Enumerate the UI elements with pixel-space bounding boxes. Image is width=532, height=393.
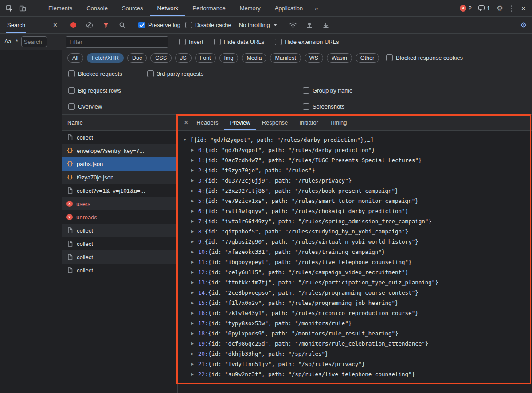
detail-tab-timing[interactable]: Timing	[324, 115, 353, 130]
network-filter-input[interactable]	[66, 36, 168, 48]
blocked-requests-checkbox[interactable]	[68, 70, 75, 77]
request-row-collect[interactable]: collect	[62, 131, 177, 144]
overview-checkbox[interactable]	[68, 103, 75, 110]
preview-tree-item[interactable]: ▶15: {id: "f1l7x0o2v", path: "/rules/pro…	[191, 298, 532, 308]
detail-tab-response[interactable]: Response	[256, 115, 294, 130]
invert-checkbox[interactable]	[179, 39, 186, 45]
regex-button[interactable]: .*	[14, 39, 18, 45]
blocked-response-cookies-checkbox[interactable]	[386, 54, 393, 61]
filter-chip-fetch-xhr[interactable]: Fetch/XHR	[87, 53, 124, 63]
big-request-rows-checkbox[interactable]	[68, 87, 75, 94]
request-row-paths-json[interactable]: {}paths.json	[62, 157, 177, 171]
request-row-t9zya70je-json[interactable]: {}t9zya70je.json	[62, 171, 177, 184]
detail-tab-preview[interactable]: Preview	[224, 115, 256, 130]
device-toolbar-icon[interactable]	[17, 3, 28, 14]
search-input[interactable]	[21, 36, 47, 47]
disable-cache-checkbox[interactable]	[185, 22, 192, 28]
hide-extension-urls-group[interactable]: Hide extension URLs	[275, 39, 339, 45]
preview-tree-item[interactable]: ▶6: {id: "rvll8wfgqyv", path: "/rules/ch…	[191, 206, 532, 216]
filter-chip-media[interactable]: Media	[242, 53, 266, 63]
screenshots-checkbox[interactable]	[303, 103, 309, 110]
third-party-requests-group[interactable]: 3rd-party requests	[147, 70, 204, 77]
preserve-log-group[interactable]: Preserve log	[138, 22, 180, 28]
request-row-collect[interactable]: collect	[62, 224, 177, 237]
tab-performance[interactable]: Performance	[185, 0, 232, 16]
name-column-header[interactable]: Name	[62, 115, 177, 131]
filter-chip-ws[interactable]: WS	[305, 53, 323, 63]
preview-tree-item[interactable]: ▶2: {id: "t9zya70je", path: "/rules"}	[191, 165, 532, 175]
network-conditions-icon[interactable]	[287, 19, 299, 31]
preview-tree-item[interactable]: ▶9: {id: "77gbbsi2g90", path: "/rules/vi…	[191, 237, 532, 247]
throttling-select[interactable]: No throttling	[239, 22, 277, 28]
clear-network-log-button[interactable]	[84, 19, 95, 31]
tab-elements[interactable]: Elements	[41, 0, 79, 16]
filter-icon[interactable]	[100, 19, 112, 31]
preview-tree-item[interactable]: ▶7: {id: "ivta1r66f49zy", path: "/rules/…	[191, 216, 532, 226]
preview-tree-item[interactable]: ▶3: {id: "du3772cj6jj9", path: "/rules/p…	[191, 175, 532, 186]
filter-chip-manifest[interactable]: Manifest	[270, 53, 301, 63]
preview-tree-item[interactable]: ▶11: {id: "ibqboyypeyl", path: "/rules/l…	[191, 257, 532, 267]
filter-chip-js[interactable]: JS	[175, 53, 192, 63]
settings-gear-icon[interactable]: ⚙	[497, 5, 503, 12]
request-row-collect-v-1-v-j101-a[interactable]: collect?v=1&_v=j101&a=...	[62, 184, 177, 197]
preview-tree-item[interactable]: ▶22: {id: "su9w2nz3f", path: "/sp/rules/…	[191, 369, 532, 379]
close-detail-icon[interactable]: ×	[184, 119, 188, 126]
request-row-users[interactable]: ×users	[62, 197, 177, 210]
group-by-frame-checkbox[interactable]	[303, 87, 309, 94]
preview-tree-item[interactable]: ▶20: {id: "dkhjb33hg", path: "/sp/rules"…	[191, 349, 532, 359]
request-row-envelope-sentry-key-7[interactable]: {}envelope/?sentry_key=7...	[62, 144, 177, 157]
inspect-element-icon[interactable]	[4, 3, 15, 14]
tab-application[interactable]: Application	[268, 0, 310, 16]
preview-tree-item[interactable]: ▶4: {id: "z3xz927itj86", path: "/rules/b…	[191, 186, 532, 196]
import-har-icon[interactable]	[304, 19, 315, 31]
search-tab[interactable]: Search	[6, 17, 26, 33]
filter-chip-doc[interactable]: Doc	[127, 53, 147, 63]
filter-chip-css[interactable]: CSS	[150, 53, 172, 63]
overview-group[interactable]: Overview	[68, 103, 303, 110]
group-by-frame-group[interactable]: Group by frame	[303, 87, 352, 94]
preview-tree-item[interactable]: ▶12: {id: "ce1y6u1l5", path: "/rules/cam…	[191, 267, 532, 277]
preview-tree-item[interactable]: ▶1: {id: "0ac7cdh4w7", path: "/rules/IUG…	[191, 155, 532, 165]
tab-network[interactable]: Network	[150, 0, 186, 16]
screenshots-group[interactable]: Screenshots	[303, 103, 344, 110]
preview-tree-item[interactable]: ▶19: {id: "dcf086qc25d", path: "/monitor…	[191, 339, 532, 349]
detail-tab-initiator[interactable]: Initiator	[293, 115, 324, 130]
network-settings-gear-icon[interactable]: ⚙	[520, 22, 527, 29]
detail-tab-headers[interactable]: Headers	[191, 115, 224, 130]
more-tabs-button[interactable]: »	[310, 0, 322, 16]
close-search-icon[interactable]: ×	[53, 22, 57, 29]
third-party-requests-checkbox[interactable]	[147, 70, 154, 77]
blocked-response-cookies-group[interactable]: Blocked response cookies	[386, 54, 463, 61]
filter-chip-font[interactable]: Font	[195, 53, 216, 63]
disable-cache-group[interactable]: Disable cache	[185, 22, 231, 28]
preview-tree-item[interactable]: ▶13: {id: "ttnfkkifm7tj", path: "/rules/…	[191, 277, 532, 288]
preview-tree-item[interactable]: ▶8: {id: "qitpnhof5", path: "/rules/stud…	[191, 226, 532, 237]
filter-chip-img[interactable]: Img	[219, 53, 239, 63]
kebab-menu-icon[interactable]	[509, 5, 514, 12]
tab-memory[interactable]: Memory	[233, 0, 268, 16]
preview-tree-item[interactable]: ▶21: {id: "fvdyftnn51jv", path: "/sp/rul…	[191, 359, 532, 369]
big-request-rows-group[interactable]: Big request rows	[68, 87, 303, 94]
export-har-icon[interactable]	[320, 19, 332, 31]
preview-tree-item[interactable]: ▶0: {id: "gd7h2yqpot", path: "/rules/dar…	[191, 145, 532, 155]
preserve-log-checkbox[interactable]	[138, 22, 145, 28]
preview-tree-item[interactable]: ▶14: {id: "2ce8bpvoepso", path: "/rules/…	[191, 288, 532, 298]
blocked-requests-group[interactable]: Blocked requests	[68, 70, 122, 77]
preview-tree-item[interactable]: ▶17: {id: "typy8sox53w", path: "/monitor…	[191, 318, 532, 328]
error-badge[interactable]: × 2	[460, 5, 472, 12]
close-devtools-icon[interactable]: ×	[521, 4, 526, 12]
record-network-log-button[interactable]	[67, 19, 79, 31]
tab-sources[interactable]: Sources	[115, 0, 150, 16]
preview-tree-item[interactable]: ▶18: {id: "0pylxpods9", path: "/monitors…	[191, 328, 532, 339]
hide-data-urls-group[interactable]: Hide data URLs	[214, 39, 265, 45]
request-row-unreads[interactable]: ×unreads	[62, 210, 177, 224]
expanded-arrow-icon[interactable]: ▼	[183, 138, 190, 142]
tab-console[interactable]: Console	[79, 0, 115, 16]
request-row-collect[interactable]: collect	[62, 250, 177, 264]
preview-tree-item[interactable]: ▶10: {id: "xfazeokc331", path: "/rules/t…	[191, 247, 532, 257]
request-row-collect[interactable]: collect	[62, 264, 177, 277]
search-network-icon[interactable]	[117, 19, 128, 31]
filter-chip-wasm[interactable]: Wasm	[327, 53, 352, 63]
issues-badge[interactable]: 1	[478, 5, 490, 12]
hide-extension-urls-checkbox[interactable]	[275, 39, 282, 45]
